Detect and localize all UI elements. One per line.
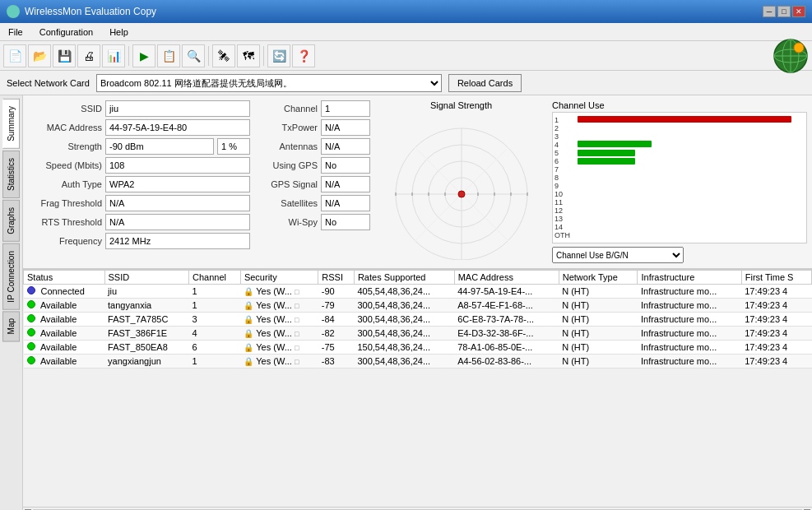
channel-label-1: 1	[554, 116, 574, 124]
col-rssi[interactable]: RSSI	[318, 271, 355, 285]
cell-first-time: 17:49:23 4	[741, 327, 811, 341]
col-status[interactable]: Status	[24, 271, 105, 285]
tab-ip-connection[interactable]: IP Connection	[2, 243, 20, 310]
speed-row: Speed (Mbits)	[28, 157, 250, 174]
cell-network-type: N (HT)	[559, 285, 638, 299]
satellites-row: Satellites	[258, 195, 370, 211]
col-security[interactable]: Security	[240, 271, 318, 285]
table-row[interactable]: Available FAST_850EA8 6 🔒 Yes (W... □ -7…	[24, 341, 812, 355]
col-ssid[interactable]: SSID	[104, 271, 188, 285]
channel-dropdown[interactable]: Channel Use B/G/N	[552, 245, 807, 263]
cell-channel: 1	[188, 299, 240, 313]
app-icon	[7, 5, 20, 18]
freq-field[interactable]	[105, 233, 250, 249]
toolbar-save[interactable]: 💾	[53, 44, 76, 67]
col-network-type[interactable]: Network Type	[559, 271, 638, 285]
cell-channel: 3	[188, 313, 240, 327]
status-dot	[27, 314, 35, 322]
col-mac[interactable]: MAC Address	[454, 271, 559, 285]
cell-rates: 300,54,48,36,24...	[354, 299, 454, 313]
rts-field[interactable]	[105, 214, 250, 230]
menu-help[interactable]: Help	[104, 26, 133, 39]
toolbar-print[interactable]: 🖨	[77, 44, 100, 67]
minimize-button[interactable]: ─	[763, 6, 776, 17]
toolbar-open[interactable]: 📂	[28, 44, 51, 67]
cell-ssid: FAST_7A785C	[104, 313, 188, 327]
cell-rssi: -82	[318, 327, 355, 341]
title-bar: WirelessMon Evaluation Copy ─ □ ✕	[0, 0, 812, 23]
col-rates[interactable]: Rates Supported	[354, 271, 454, 285]
wispy-field[interactable]	[321, 214, 370, 230]
satellites-field[interactable]	[321, 195, 370, 211]
auth-field[interactable]	[105, 176, 250, 192]
toolbar-map[interactable]: 🗺	[237, 44, 260, 67]
tab-map[interactable]: Map	[2, 311, 20, 341]
channel-label-6: 6	[554, 157, 574, 165]
toolbar-start[interactable]: ▶	[132, 44, 155, 67]
toolbar-new[interactable]: 📄	[3, 44, 26, 67]
toolbar-help[interactable]: ❓	[292, 44, 315, 67]
table-area[interactable]: Status SSID Channel Security RSSI Rates …	[23, 269, 812, 507]
auth-label: Auth Type	[28, 179, 102, 189]
main-content: Summary Statistics Graphs IP Connection …	[0, 95, 812, 510]
tab-graphs[interactable]: Graphs	[2, 200, 20, 242]
using-gps-field[interactable]	[321, 157, 370, 174]
ssid-field[interactable]	[105, 100, 250, 117]
scrollbar-area[interactable]: ◀ ▶	[23, 507, 812, 510]
cell-infrastructure: Infrastructure mo...	[638, 327, 741, 341]
table-row[interactable]: Available yangxiangjun 1 🔒 Yes (W... □ -…	[24, 355, 812, 369]
using-gps-row: Using GPS	[258, 157, 370, 174]
cell-ssid: jiu	[104, 285, 188, 299]
col-first-time[interactable]: First Time S	[741, 271, 811, 285]
channel-bar-8	[578, 174, 805, 181]
strength-dbm-field[interactable]	[105, 138, 214, 155]
col-channel[interactable]: Channel	[188, 271, 240, 285]
status-dot	[27, 356, 35, 364]
info-mid: Channel TxPower Antennas Using GPS GPS S…	[258, 100, 370, 263]
cell-network-type: N (HT)	[559, 327, 638, 341]
cell-mac: 6C-E8-73-7A-78-...	[454, 313, 559, 327]
table-row[interactable]: Available FAST_7A785C 3 🔒 Yes (W... □ -8…	[24, 313, 812, 327]
tab-summary[interactable]: Summary	[2, 99, 20, 149]
toolbar-gps[interactable]: 🛰	[212, 44, 235, 67]
speed-field[interactable]	[105, 157, 250, 174]
menu-configuration[interactable]: Configuration	[35, 26, 98, 39]
table-row[interactable]: Available tangyanxia 1 🔒 Yes (W... □ -79…	[24, 299, 812, 313]
toolbar-scan[interactable]: 🔍	[182, 44, 205, 67]
channel-field[interactable]	[321, 100, 370, 117]
antennas-field[interactable]	[321, 138, 370, 155]
toolbar-log[interactable]: 📋	[157, 44, 180, 67]
toolbar-export[interactable]: 📊	[102, 44, 125, 67]
mac-field[interactable]	[105, 119, 250, 136]
cell-channel: 1	[188, 285, 240, 299]
gps-signal-field[interactable]	[321, 176, 370, 192]
table-row[interactable]: Connected jiu 1 🔒 Yes (W... □ -90 405,54…	[24, 285, 812, 299]
cell-rssi: -90	[318, 285, 355, 299]
cell-network-type: N (HT)	[559, 299, 638, 313]
maximize-button[interactable]: □	[777, 6, 791, 17]
channel-bar-14	[578, 225, 805, 231]
channel-bar-1	[578, 116, 791, 123]
col-infrastructure[interactable]: Infrastructure	[638, 271, 741, 285]
channel-bar-3	[578, 132, 805, 139]
channel-label-13: 13	[554, 215, 574, 223]
network-card-select[interactable]: Broadcom 802.11 网络道配器提供无线局域网。	[96, 74, 442, 92]
channel-bar-11	[578, 199, 805, 206]
table-row[interactable]: Available FAST_386F1E 4 🔒 Yes (W... □ -8…	[24, 327, 812, 341]
channel-dropdown-select[interactable]: Channel Use B/G/N	[552, 247, 684, 263]
frag-field[interactable]	[105, 195, 250, 211]
channel-bar-12	[578, 208, 805, 215]
strength-pct-field[interactable]	[217, 138, 250, 155]
channel-label-8: 8	[554, 174, 574, 182]
cell-first-time: 17:49:23 4	[741, 313, 811, 327]
channel-bar-5	[578, 150, 635, 156]
close-button[interactable]: ✕	[792, 6, 805, 17]
txpower-field[interactable]	[321, 119, 370, 136]
reload-cards-button[interactable]: Reload Cards	[448, 74, 522, 92]
channel-label-9: 9	[554, 182, 574, 190]
gps-signal-label: GPS Signal	[258, 179, 318, 189]
toolbar-refresh[interactable]: 🔄	[267, 44, 290, 67]
menu-file[interactable]: File	[3, 26, 28, 39]
cell-ssid: yangxiangjun	[104, 355, 188, 369]
tab-statistics[interactable]: Statistics	[2, 151, 20, 198]
